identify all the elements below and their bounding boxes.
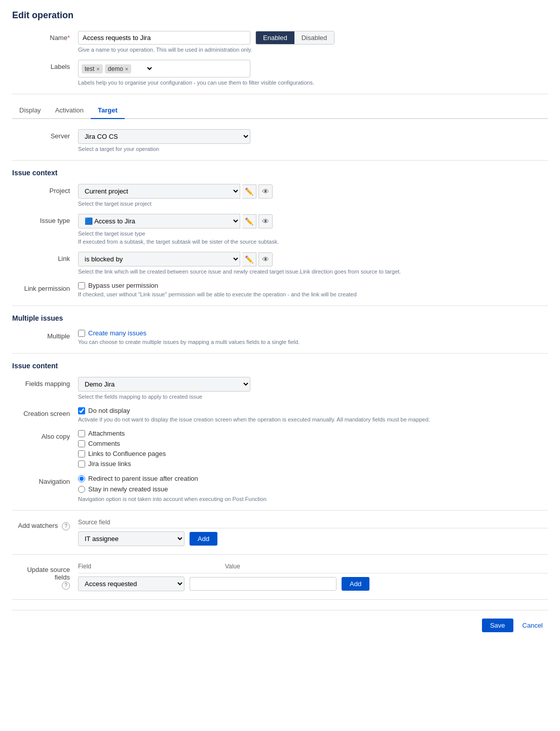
- link-row: Link is blocked by ✏️ 👁 Select the link …: [12, 252, 548, 275]
- server-select[interactable]: Jira CO CS: [78, 129, 250, 144]
- col-value-header: Value: [225, 563, 548, 570]
- name-row: Name* Enabled Disabled Give a name to yo…: [12, 31, 548, 53]
- watchers-source-select[interactable]: IT assignee: [78, 531, 184, 546]
- name-hint: Give a name to your operation. This will…: [78, 47, 548, 53]
- tab-activation[interactable]: Activation: [48, 102, 91, 119]
- navigation-hint: Navigation option is not taken into acco…: [78, 496, 548, 502]
- tag-demo-remove[interactable]: ×: [125, 66, 128, 72]
- link-label: Link: [12, 252, 78, 262]
- tab-display[interactable]: Display: [12, 102, 48, 119]
- multiple-row: Multiple Create many issues You can choo…: [12, 329, 548, 345]
- fields-mapping-select[interactable]: Demo Jira: [78, 377, 250, 392]
- navigation-label: Navigation: [12, 475, 78, 485]
- divider-4: [12, 353, 548, 354]
- link-select[interactable]: is blocked by: [78, 252, 240, 266]
- also-copy-confluence-checkbox[interactable]: [78, 450, 85, 457]
- multiple-content: Create many issues You can choose to cre…: [78, 329, 548, 345]
- project-edit-btn[interactable]: ✏️: [242, 184, 256, 199]
- tags-container[interactable]: test × demo ×: [78, 60, 250, 78]
- project-hint: Select the target issue project: [78, 201, 548, 207]
- nav-stay-row: Stay in newly created issue: [78, 485, 548, 493]
- link-icon-group: ✏️ 👁: [240, 252, 273, 266]
- project-view-btn[interactable]: 👁: [258, 184, 273, 199]
- issue-type-row: Issue type 🟦 Access to Jira ✏️ 👁 Select …: [12, 214, 548, 245]
- save-button[interactable]: Save: [482, 619, 513, 632]
- watchers-add-button[interactable]: Add: [190, 532, 217, 546]
- divider-6: [12, 554, 548, 555]
- issue-type-icon-group: ✏️ 👁: [240, 214, 273, 228]
- link-content: is blocked by ✏️ 👁 Select the link which…: [78, 252, 548, 275]
- creation-screen-checkbox-label: Do not display: [88, 407, 130, 414]
- page-title: Edit operation: [12, 10, 548, 21]
- link-view-btn[interactable]: 👁: [258, 252, 273, 266]
- also-copy-jira-links-row: Jira issue links: [78, 460, 548, 468]
- disabled-button[interactable]: Disabled: [294, 31, 334, 44]
- multiple-checkbox[interactable]: [78, 330, 85, 337]
- update-source-header: Field Value: [78, 563, 548, 573]
- multiple-checkbox-row: Create many issues: [78, 329, 548, 337]
- divider-2: [12, 160, 548, 161]
- also-copy-attachments-row: Attachments: [78, 430, 548, 437]
- link-permission-checkbox[interactable]: [78, 282, 85, 289]
- update-source-add-button[interactable]: Add: [342, 577, 369, 591]
- labels-dropdown[interactable]: [135, 62, 154, 75]
- link-hint: Select the link which will be created be…: [78, 268, 548, 275]
- server-hint: Select a target for your operation: [78, 146, 548, 152]
- nav-stay-label: Stay in newly created issue: [88, 485, 168, 493]
- multiple-checkbox-label: Create many issues: [88, 329, 146, 337]
- divider-1: [12, 94, 548, 94]
- nav-redirect-radio[interactable]: [78, 475, 85, 482]
- fields-mapping-content: Demo Jira Select the fields mapping to a…: [78, 377, 548, 400]
- issue-type-select[interactable]: 🟦 Access to Jira: [78, 214, 240, 228]
- also-copy-attachments-label: Attachments: [88, 430, 125, 437]
- link-permission-row: Link permission Bypass user permission I…: [12, 282, 548, 297]
- issue-content-title: Issue content: [12, 362, 548, 370]
- server-label: Server: [12, 129, 78, 140]
- creation-screen-content: Do not display Activate if you do not wa…: [78, 407, 548, 422]
- update-source-value-input[interactable]: [190, 577, 337, 591]
- link-edit-btn[interactable]: ✏️: [242, 252, 256, 266]
- update-source-field-select[interactable]: Access requested: [78, 576, 184, 591]
- multiple-hint: You can choose to create multiple issues…: [78, 339, 548, 345]
- creation-screen-checkbox[interactable]: [78, 407, 85, 414]
- multiple-issues-title: Multiple issues: [12, 314, 548, 322]
- project-select[interactable]: Current project: [78, 184, 240, 199]
- creation-screen-row: Creation screen Do not display Activate …: [12, 407, 548, 422]
- issue-type-view-btn[interactable]: 👁: [258, 214, 273, 228]
- update-source-input-row: Access requested Add: [78, 576, 548, 591]
- cancel-button[interactable]: Cancel: [517, 619, 548, 632]
- also-copy-attachments-checkbox[interactable]: [78, 430, 85, 437]
- also-copy-comments-label: Comments: [88, 440, 120, 447]
- labels-hint: Labels help you to organise your configu…: [78, 80, 548, 86]
- also-copy-confluence-row: Links to Confluence pages: [78, 450, 548, 457]
- server-row: Server Jira CO CS Select a target for yo…: [12, 129, 548, 152]
- issue-type-hint1: Select the target issue type: [78, 230, 548, 237]
- labels-label: Labels: [12, 60, 78, 70]
- also-copy-jira-links-checkbox[interactable]: [78, 460, 85, 468]
- issue-type-hint2: If executed from a subtask, the target s…: [78, 239, 548, 245]
- add-watchers-content: Source field IT assignee Add: [78, 519, 548, 546]
- update-source-help-icon[interactable]: ?: [62, 582, 70, 590]
- fields-mapping-hint: Select the fields mapping to apply to cr…: [78, 394, 548, 400]
- also-copy-confluence-label: Links to Confluence pages: [88, 450, 166, 457]
- also-copy-content: Attachments Comments Links to Confluence…: [78, 430, 548, 468]
- add-watchers-row: Add watchers ? Source field IT assignee …: [12, 519, 548, 546]
- nav-stay-radio[interactable]: [78, 486, 85, 493]
- add-watchers-input-row: IT assignee Add: [78, 531, 548, 546]
- issue-context-title: Issue context: [12, 169, 548, 177]
- link-permission-checkbox-label: Bypass user permission: [88, 282, 158, 289]
- toggle-group: Enabled Disabled: [255, 31, 334, 45]
- enabled-button[interactable]: Enabled: [256, 31, 294, 44]
- divider-5: [12, 510, 548, 511]
- tag-test-remove[interactable]: ×: [96, 66, 99, 72]
- tab-target[interactable]: Target: [91, 102, 125, 119]
- add-watchers-help-icon[interactable]: ?: [62, 522, 70, 530]
- footer-actions: Save Cancel: [12, 610, 548, 632]
- also-copy-jira-links-label: Jira issue links: [88, 460, 131, 468]
- issue-type-edit-btn[interactable]: ✏️: [242, 214, 256, 228]
- also-copy-row: Also copy Attachments Comments Links to …: [12, 430, 548, 468]
- creation-screen-checkbox-row: Do not display: [78, 407, 548, 414]
- also-copy-comments-checkbox[interactable]: [78, 440, 85, 447]
- divider-7: [12, 599, 548, 600]
- name-input[interactable]: [78, 31, 250, 45]
